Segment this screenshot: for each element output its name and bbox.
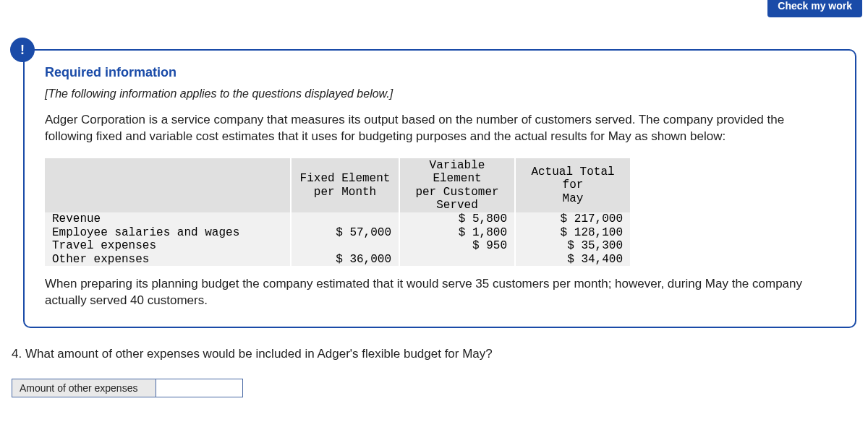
cell-actual: $ 34,400 [515, 253, 631, 266]
cell-fixed: $ 57,000 [291, 226, 399, 239]
cell-actual: $ 217,000 [515, 212, 631, 225]
table-header-actual-text: Actual Total for May [523, 165, 623, 205]
table-header-fixed: Fixed Element per Month [291, 158, 399, 213]
question-body: What amount of other expenses would be i… [25, 347, 493, 361]
closing-paragraph: When preparing its planning budget the c… [45, 276, 835, 309]
table-row: Other expenses $ 36,000 $ 34,400 [45, 253, 631, 266]
cell-actual: $ 35,300 [515, 239, 631, 252]
required-information-box: Required information [The following info… [23, 49, 856, 328]
check-my-work-button[interactable]: Check my work [767, 0, 862, 17]
table-row: Revenue $ 5,800 $ 217,000 [45, 212, 631, 225]
applies-note: [The following information applies to th… [45, 87, 835, 100]
question-text: 4. What amount of other expenses would b… [12, 347, 856, 361]
answer-label: Amount of other expenses [12, 379, 156, 397]
table-row: Employee salaries and wages $ 57,000 $ 1… [45, 226, 631, 239]
required-information-title: Required information [45, 65, 835, 80]
intro-paragraph: Adger Corporation is a service company t… [45, 112, 835, 145]
table-header-variable-text: Variable Element per Customer Served [407, 159, 507, 212]
row-label: Travel expenses [45, 239, 291, 252]
cell-fixed: $ 36,000 [291, 253, 399, 266]
cell-fixed [291, 239, 399, 252]
table-header-fixed-text: Fixed Element per Month [299, 172, 391, 199]
cell-variable [399, 253, 515, 266]
cell-variable: $ 1,800 [399, 226, 515, 239]
alert-icon: ! [10, 38, 35, 62]
other-expenses-input[interactable] [156, 379, 243, 397]
row-label: Employee salaries and wages [45, 226, 291, 239]
cost-estimates-table: Fixed Element per Month Variable Element… [45, 158, 631, 266]
row-label: Revenue [45, 212, 291, 225]
cell-variable: $ 5,800 [399, 212, 515, 225]
question-number: 4. [12, 347, 22, 361]
cell-actual: $ 128,100 [515, 226, 631, 239]
table-row: Travel expenses $ 950 $ 35,300 [45, 239, 631, 252]
row-label: Other expenses [45, 253, 291, 266]
table-header-blank [45, 158, 291, 213]
cell-variable: $ 950 [399, 239, 515, 252]
table-header-actual: Actual Total for May [515, 158, 631, 213]
table-header-variable: Variable Element per Customer Served [399, 158, 515, 213]
cell-fixed [291, 212, 399, 225]
question-area: 4. What amount of other expenses would b… [12, 347, 856, 397]
answer-row: Amount of other expenses [12, 379, 856, 397]
